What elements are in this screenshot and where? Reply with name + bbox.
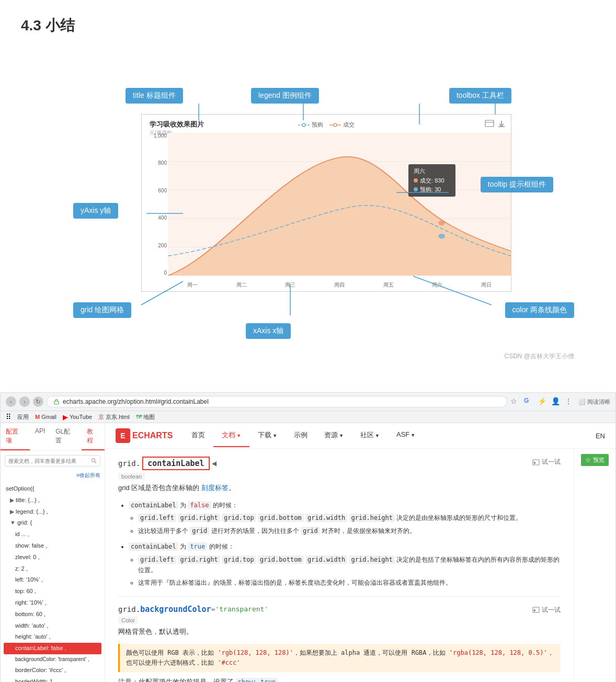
nav-examples[interactable]: 示例: [286, 424, 316, 447]
property1-prefix: grid.: [118, 459, 140, 468]
nav-docs[interactable]: 文档▼: [213, 424, 249, 447]
title-annotation: title 标题组件: [126, 88, 183, 104]
property2-equals: =: [211, 605, 215, 613]
tree-item[interactable]: setOption({: [4, 483, 101, 495]
nav-community[interactable]: 社区▼: [352, 424, 388, 447]
sidebar-search[interactable]: [5, 455, 100, 467]
bookmark-map[interactable]: 🗺 地图: [136, 413, 155, 421]
bookmark-youtube[interactable]: ▶ YouTube: [63, 413, 92, 421]
property1-header: grid. containLabel ◀ boolean 试一试: [118, 457, 561, 480]
echarts-nav: E ECHARTS 首页 文档▼ 下载▼ 示例 资源▼ 社区▼ ASF▼ EN: [105, 423, 615, 449]
lock-icon: [53, 399, 60, 405]
google-icon[interactable]: G: [524, 397, 533, 406]
doc-wrapper: grid. containLabel ◀ boolean 试一试 gri: [105, 449, 615, 682]
tree-item[interactable]: ▶ title: {...} ,: [4, 495, 101, 506]
tree-item[interactable]: borderColor: '#ccc' ,: [4, 665, 101, 676]
account-icon[interactable]: 👤: [551, 397, 561, 406]
svg-point-14: [438, 234, 445, 238]
menu-icon[interactable]: ⋮: [565, 397, 574, 406]
property1-desc: grid 区域是否包含坐标轴的 刻度标签。: [118, 482, 561, 494]
try-icon: [532, 459, 540, 465]
svg-point-1: [302, 123, 305, 127]
tab-config[interactable]: 配置项: [1, 423, 30, 450]
address-bar[interactable]: echarts.apache.org/zh/option.html#grid.c…: [47, 396, 507, 407]
preview-button[interactable]: ☆ 预览: [581, 454, 608, 466]
left-sidebar: 配置项 API GL配置 教程 ≡收起所有 setOption({ ▶ titl…: [1, 423, 105, 682]
xaxis-annotation: xAxis x轴: [246, 323, 291, 339]
tree-item[interactable]: id ... ,: [4, 529, 101, 540]
apps-icon[interactable]: ⠿: [6, 413, 11, 421]
search-icon: [91, 458, 97, 464]
tab-gl[interactable]: GL配置: [50, 423, 82, 450]
nav-home[interactable]: 首页: [183, 424, 213, 447]
tree-item[interactable]: height: 'auto' ,: [4, 631, 101, 643]
yaxis-annotation: yAxis y轴: [73, 203, 118, 219]
svg-line-25: [95, 462, 96, 463]
property1-type: boolean: [118, 473, 145, 480]
nav-en[interactable]: EN: [596, 432, 605, 440]
tree-item[interactable]: ▼ grid: {: [4, 517, 101, 529]
browser-content: 配置项 API GL配置 教程 ≡收起所有 setOption({ ▶ titl…: [1, 423, 615, 682]
tree-item[interactable]: z: 2 ,: [4, 563, 101, 575]
browser-toolbar: ‹ › ↻ echarts.apache.org/zh/option.html#…: [1, 393, 615, 411]
back-button[interactable]: ‹: [6, 396, 16, 407]
save-icon: [485, 120, 494, 127]
doc-list-false: containLabel 为 false 的时候： grid.left grid…: [129, 500, 561, 536]
bookmark-star-icon[interactable]: ☆: [510, 397, 520, 406]
bookmarks-bar: ⠿ 应用 M Gmail ▶ YouTube 京 京东.html 🗺 地图: [1, 411, 615, 423]
property2-section: grid. backgroundColor = 'transparent' Co…: [118, 596, 561, 682]
svg-rect-23: [54, 401, 59, 404]
x-axis-labels: 周一 周二 周三 周四 周五 周六 周日: [168, 281, 511, 289]
csdn-watermark-top: CSDN @吉林大学王小僧: [21, 352, 595, 361]
tree-item[interactable]: ▶ legend: {...} ,: [4, 506, 101, 518]
tree-item[interactable]: bottom: 60 ,: [4, 609, 101, 620]
tree-item[interactable]: width: 'auto' ,: [4, 620, 101, 632]
property2-note: 注意：此配置项生效的前提是，设置了 show: true。: [118, 676, 561, 682]
sidebar-tree: setOption({ ▶ title: {...} , ▶ legend: {…: [1, 480, 105, 682]
bookmark-jd[interactable]: 京 京东.html: [98, 413, 130, 421]
refresh-button[interactable]: ↻: [33, 396, 43, 407]
nav-download[interactable]: 下载▼: [249, 424, 286, 447]
property2-value: 'transparent': [215, 605, 268, 613]
right-preview: ☆ 预览: [574, 449, 615, 682]
tree-item[interactable]: borderWidth: 1 ,: [4, 676, 101, 682]
doc-list-true: containLabel 为 true 的时候： grid.left grid.…: [129, 541, 561, 588]
property2-prefix: grid.: [118, 605, 140, 613]
tree-item[interactable]: top: 60 ,: [4, 586, 101, 597]
sidebar-tabs: 配置项 API GL配置 教程: [1, 423, 105, 451]
tree-item[interactable]: show: false ,: [4, 540, 101, 552]
bookmark-apps[interactable]: 应用: [17, 413, 29, 421]
color-highlight: 颜色可以使用 RGB 表示，比如 'rgb(128, 128, 128)'，如果…: [118, 644, 561, 672]
reader-mode[interactable]: ⬜ 阅读清晰: [578, 398, 610, 406]
tab-tutorial[interactable]: 教程: [82, 423, 105, 450]
collapse-all-btn[interactable]: ≡收起所有: [1, 471, 105, 480]
tree-item[interactable]: backgroundColor: 'transparent' ,: [4, 654, 101, 665]
toolbox-annotation: toolbox 工具栏: [449, 88, 511, 104]
nav-asf[interactable]: ASF▼: [388, 424, 424, 447]
echarts-logo[interactable]: E ECHARTS: [116, 423, 173, 448]
download-icon: [497, 120, 506, 128]
nav-resources[interactable]: 资源▼: [316, 424, 352, 447]
property1-arrow: ◀: [212, 460, 216, 467]
bookmark-gmail[interactable]: M Gmail: [35, 414, 56, 420]
legend-annotation: legend 图例组件: [251, 88, 319, 104]
tab-api[interactable]: API: [30, 423, 50, 450]
search-input[interactable]: [8, 458, 89, 464]
property2-desc: 网格背景色，默认透明。: [118, 626, 561, 638]
main-doc-area: E ECHARTS 首页 文档▼ 下载▼ 示例 资源▼ 社区▼ ASF▼ EN: [105, 423, 615, 682]
url-text: echarts.apache.org/zh/option.html#grid.c…: [63, 398, 209, 405]
try-btn-1[interactable]: 试一试: [532, 458, 561, 467]
chart-tooltip-box: 周六 成交: 830 预购: 30: [408, 164, 455, 197]
tree-item-selected[interactable]: containLabel: false ,: [4, 643, 101, 654]
grid-annotation: grid 绘图网格: [73, 302, 131, 318]
svg-point-24: [92, 459, 95, 462]
tree-item[interactable]: left: '10%' ,: [4, 574, 101, 586]
tree-item[interactable]: zlevel: 0 ,: [4, 552, 101, 563]
forward-button[interactable]: ›: [19, 396, 30, 407]
property2-name: backgroundColor: [140, 605, 211, 614]
desc-link[interactable]: 刻度标签: [201, 484, 229, 492]
extensions-icon[interactable]: ⚡: [538, 397, 547, 406]
tree-item[interactable]: right: '10%' ,: [4, 597, 101, 609]
chart-svg: [168, 133, 511, 276]
try-btn-2[interactable]: 试一试: [532, 606, 561, 615]
